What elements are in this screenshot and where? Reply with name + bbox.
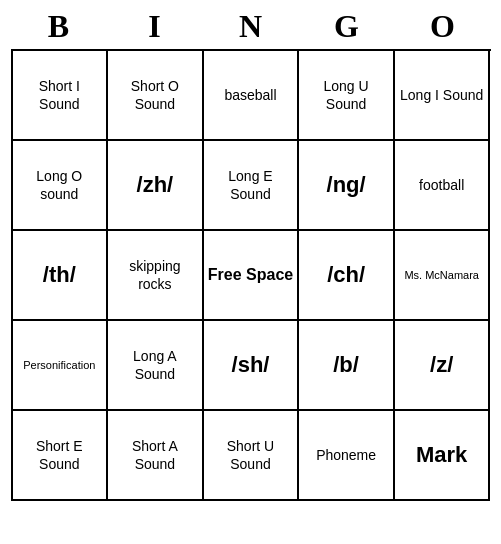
bingo-cell[interactable]: Ms. McNamara [395,231,491,321]
bingo-cell[interactable]: /zh/ [108,141,204,231]
bingo-cell[interactable]: Long E Sound [204,141,300,231]
bingo-cell[interactable]: /th/ [13,231,109,321]
bingo-cell[interactable]: Short A Sound [108,411,204,501]
bingo-cell[interactable]: Phoneme [299,411,395,501]
bingo-cell[interactable]: Long A Sound [108,321,204,411]
bingo-cell[interactable]: /ch/ [299,231,395,321]
bingo-cell[interactable]: skipping rocks [108,231,204,321]
bingo-cell[interactable]: Personification [13,321,109,411]
bingo-cell[interactable]: /z/ [395,321,491,411]
bingo-cell[interactable]: Short U Sound [204,411,300,501]
bingo-cell[interactable]: Short E Sound [13,411,109,501]
bingo-cell[interactable]: /ng/ [299,141,395,231]
letter-n: N [206,8,296,45]
bingo-cell[interactable]: /sh/ [204,321,300,411]
bingo-cell[interactable]: baseball [204,51,300,141]
letter-b: B [14,8,104,45]
bingo-grid: Short I SoundShort O SoundbaseballLong U… [11,49,491,501]
bingo-cell[interactable]: Short I Sound [13,51,109,141]
bingo-cell[interactable]: Long U Sound [299,51,395,141]
letter-g: G [302,8,392,45]
bingo-cell[interactable]: Free Space [204,231,300,321]
bingo-cell[interactable]: Long I Sound [395,51,491,141]
letter-o: O [398,8,488,45]
bingo-cell[interactable]: Mark [395,411,491,501]
bingo-cell[interactable]: Short O Sound [108,51,204,141]
letter-i: I [110,8,200,45]
bingo-cell[interactable]: football [395,141,491,231]
bingo-header: B I N G O [11,8,491,45]
bingo-cell[interactable]: /b/ [299,321,395,411]
bingo-cell[interactable]: Long O sound [13,141,109,231]
